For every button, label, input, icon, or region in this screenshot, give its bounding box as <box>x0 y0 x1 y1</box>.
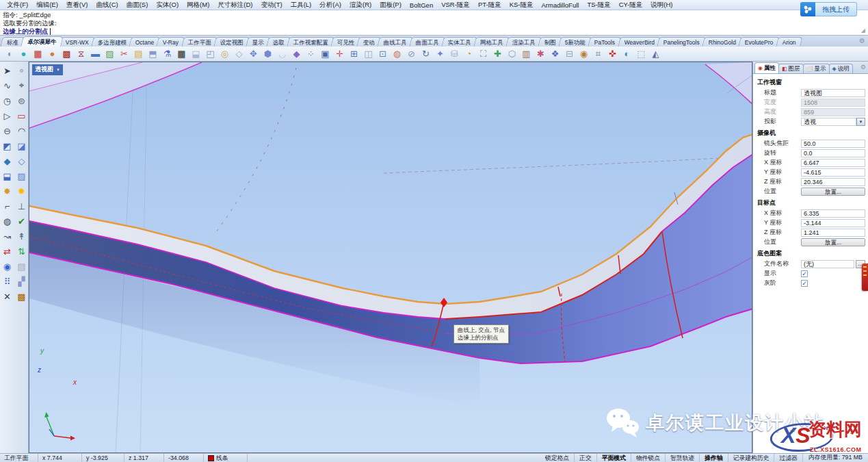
toolbar-icon-42[interactable]: ✜ <box>605 47 620 60</box>
toolbar-icon-27[interactable]: ◍ <box>390 47 404 60</box>
command-resize-gripper[interactable]: ◢ <box>861 27 865 34</box>
side-tool-icon-8[interactable]: ⊖ <box>0 123 14 138</box>
side-tool-icon-21[interactable]: ✔ <box>14 214 29 229</box>
toolbar-icon-13[interactable]: ⬓ <box>189 47 203 60</box>
side-tool-icon-23[interactable]: ↟ <box>14 229 29 244</box>
field-X 座标[interactable]: 6.335 <box>801 209 865 218</box>
toolbar-icon-38[interactable]: ❖ <box>548 47 562 60</box>
toolbar-icon-36[interactable]: ▥ <box>519 47 534 60</box>
toolbar-icon-19[interactable]: ◡ <box>275 47 289 60</box>
menu-item-3[interactable]: 曲线(C) <box>92 0 122 10</box>
field-文件名称[interactable]: (无) <box>801 260 854 268</box>
side-tool-icon-10[interactable]: ◩ <box>0 138 14 153</box>
field-Y 座标[interactable]: -4.615 <box>801 168 865 177</box>
toolbar-tab-14[interactable]: 曲面工具 <box>409 37 445 47</box>
menu-item-7[interactable]: 尺寸标注(D) <box>213 0 257 10</box>
toolbar-icon-15[interactable]: ◎ <box>218 47 232 60</box>
toolbar-icon-9[interactable]: ▤ <box>131 47 146 60</box>
status-cell-0[interactable]: 工作平面 <box>0 454 38 462</box>
side-tool-icon-11[interactable]: ◪ <box>14 138 29 153</box>
side-tool-icon-31[interactable]: ▩ <box>14 289 29 304</box>
toolbar-tab-23[interactable]: RhinoGold <box>702 37 743 47</box>
panel-tab-2[interactable]: ⬜显示 <box>803 64 830 73</box>
checkbox-显示[interactable]: ✓ <box>801 270 808 277</box>
menu-item-20[interactable]: 说明(H) <box>646 0 676 10</box>
toolbar-icon-7[interactable]: ▨ <box>103 47 117 60</box>
toolbar-icon-17[interactable]: ✥ <box>246 47 261 60</box>
menu-item-18[interactable]: TS-随意 <box>583 0 614 10</box>
toolbar-tab-1[interactable]: 卓尔谟犀牛 <box>21 36 63 47</box>
side-tool-icon-6[interactable]: ▷ <box>0 108 14 123</box>
toolbar-icon-28[interactable]: ⊘ <box>404 47 419 60</box>
place-button[interactable]: 放置... <box>801 238 865 246</box>
side-tool-icon-22[interactable]: ↝ <box>0 229 14 244</box>
toolbar-icon-20[interactable]: ◆ <box>289 47 304 60</box>
toolbar-tab-21[interactable]: WeaverBird <box>618 37 661 47</box>
toolbar-tab-10[interactable]: 工作视窗配置 <box>287 37 334 47</box>
field-投影[interactable]: 透视 <box>801 118 856 126</box>
status-cell-4[interactable]: -34.068 <box>164 454 204 462</box>
field-旋转[interactable]: 0.0 <box>801 149 865 157</box>
side-tool-icon-7[interactable]: ▭ <box>14 108 29 123</box>
status-toggle-1[interactable]: 正交 <box>575 454 597 462</box>
status-toggle-5[interactable]: 操作轴 <box>700 454 728 462</box>
side-tool-icon-0[interactable]: ➤ <box>0 63 14 78</box>
side-tool-icon-29[interactable]: ▞ <box>14 274 29 289</box>
upload-button-label[interactable]: 拖拽上传 <box>815 2 857 16</box>
status-toggle-6[interactable]: 记录建构历史 <box>728 454 775 462</box>
field-标题[interactable]: 透视图 <box>801 89 865 97</box>
toolbar-icon-23[interactable]: ✛ <box>332 47 347 60</box>
perspective-viewport[interactable]: 透视图▼ 曲线上, 交点, 节点 边缘上的分割点 x y z <box>29 62 752 453</box>
toolbar-tab-25[interactable]: Arion <box>776 37 802 47</box>
toolbar-tab-22[interactable]: PanelingTools <box>657 37 706 47</box>
menu-item-0[interactable]: 文件(F) <box>3 0 32 10</box>
side-tool-icon-4[interactable]: ◷ <box>0 93 14 108</box>
status-toggle-0[interactable]: 锁定格点 <box>540 454 575 462</box>
toolbar-icon-39[interactable]: ⊟ <box>562 47 577 60</box>
toolbar-tab-2[interactable]: VSR-WX <box>59 37 95 47</box>
checkbox-灰阶[interactable]: ✓ <box>801 280 808 287</box>
toolbar-tab-16[interactable]: 网格工具 <box>473 37 510 47</box>
toolbar-icon-3[interactable]: ● <box>45 47 60 60</box>
field-镜头焦距[interactable]: 50.0 <box>801 140 865 148</box>
toolbar-tab-7[interactable]: 设定视图 <box>213 37 250 47</box>
toolbar-icon-30[interactable]: ✦ <box>433 47 447 60</box>
side-tool-icon-19[interactable]: ⊥ <box>14 198 29 214</box>
side-tool-icon-3[interactable]: ⌖ <box>14 78 29 93</box>
tab-options-gear-icon[interactable]: ⚙ <box>859 37 865 44</box>
side-tool-icon-25[interactable]: ⇅ <box>14 244 29 259</box>
panel-tab-3[interactable]: ◈说明 <box>829 64 853 73</box>
place-button[interactable]: 放置... <box>801 188 865 196</box>
side-tool-icon-18[interactable]: ⌐ <box>0 198 14 214</box>
toolbar-tab-15[interactable]: 实体工具 <box>441 37 477 47</box>
status-toggle-4[interactable]: 智慧轨迹 <box>666 454 700 462</box>
side-tool-icon-5[interactable]: ⊜ <box>14 93 29 108</box>
menu-item-2[interactable]: 查看(V) <box>62 0 92 10</box>
toolbar-icon-12[interactable]: ▦ <box>174 47 189 60</box>
menu-item-6[interactable]: 网格(M) <box>183 0 213 10</box>
field-Z 座标[interactable]: 20.346 <box>801 178 865 186</box>
toolbar-tab-24[interactable]: EvolutePro <box>738 37 780 47</box>
toolbar-icon-31[interactable]: ⛁ <box>447 47 462 60</box>
status-toggle-2[interactable]: 平面模式 <box>597 454 631 462</box>
viewport-title-badge[interactable]: 透视图▼ <box>32 64 63 75</box>
toolbar-icon-21[interactable]: ⁘ <box>304 47 318 60</box>
toolbar-tab-3[interactable]: 多边形建模 <box>91 37 133 47</box>
side-tool-icon-30[interactable]: ✕ <box>0 289 14 304</box>
menu-item-19[interactable]: CY-随意 <box>615 0 647 10</box>
side-tool-icon-20[interactable]: ◍ <box>0 214 14 229</box>
toolbar-icon-32[interactable]: ◔ <box>462 47 476 60</box>
toolbar-icon-44[interactable]: ⬚ <box>634 47 648 60</box>
menu-item-17[interactable]: ArmadilloFull <box>538 1 583 10</box>
toolbar-icon-33[interactable]: ⛶ <box>476 47 490 60</box>
toolbar-icon-45[interactable]: ◭ <box>648 47 663 60</box>
menu-item-14[interactable]: VSR-随意 <box>437 0 474 10</box>
side-tool-icon-12[interactable]: ◆ <box>0 153 14 168</box>
toolbar-icon-24[interactable]: ⊞ <box>347 47 361 60</box>
field-X 座标[interactable]: 6.647 <box>801 159 865 167</box>
toolbar-icon-25[interactable]: ◫ <box>361 47 376 60</box>
toolbar-icon-29[interactable]: ↻ <box>419 47 433 60</box>
toolbar-icon-11[interactable]: ⚗ <box>160 47 174 60</box>
toolbar-icon-0[interactable]: ◖ <box>2 47 16 60</box>
panel-tab-1[interactable]: ◧图层 <box>778 64 804 73</box>
